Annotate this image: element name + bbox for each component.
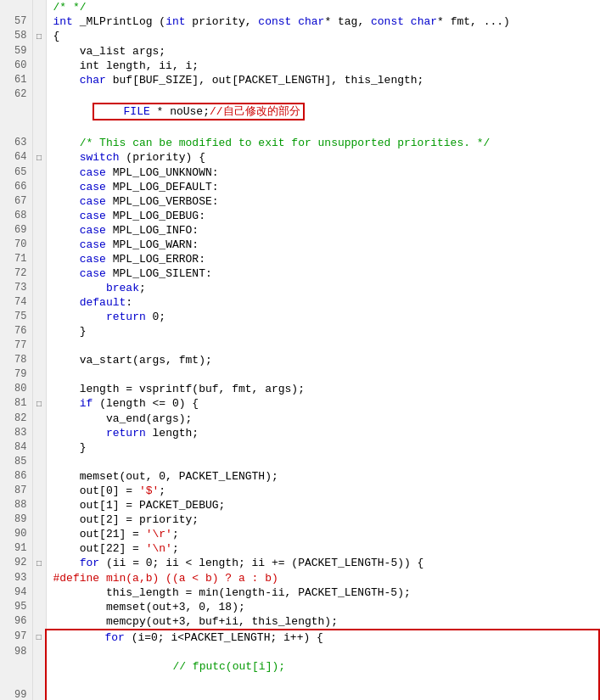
line-gutter: □ — [32, 630, 46, 645]
fold-icon[interactable]: □ — [36, 32, 42, 42]
line-content: #define min(a,b) ((a < b) ? a : b) — [46, 571, 599, 585]
fold-icon[interactable]: □ — [36, 154, 42, 163]
line-gutter — [32, 469, 46, 484]
line-number: 95 — [0, 600, 32, 614]
line-gutter — [32, 136, 46, 150]
line-content: out[0] = '$'; — [46, 484, 599, 498]
line-number: 65 — [0, 165, 32, 180]
fold-icon[interactable]: □ — [36, 633, 42, 642]
line-gutter — [32, 571, 46, 585]
line-number: 91 — [0, 541, 32, 556]
line-content: break; — [46, 281, 599, 295]
line-number: 90 — [0, 527, 32, 541]
table-row: 93#define min(a,b) ((a < b) ? a : b) — [0, 571, 599, 585]
line-gutter — [32, 498, 46, 512]
line-gutter — [32, 600, 46, 614]
table-row: 95 memset(out+3, 0, 18); — [0, 600, 599, 614]
table-row: 62 FILE * noUse;//自己修改的部分 — [0, 87, 599, 136]
line-gutter: □ — [32, 150, 46, 165]
table-row: 90 out[21] = '\r'; — [0, 527, 599, 541]
line-gutter — [32, 310, 46, 324]
line-content: out[1] = PACKET_DEBUG; — [46, 498, 599, 512]
table-row: 81□ if (length <= 0) { — [0, 396, 599, 412]
line-gutter: □ — [32, 396, 46, 412]
line-number: 60 — [0, 59, 32, 73]
line-content: for (i=0; i<PACKET_LENGTH; i++) { — [46, 630, 599, 645]
line-gutter — [32, 223, 46, 238]
table-row: 98 // fputc(out[i]); — [0, 645, 599, 688]
line-number: 97 — [0, 630, 32, 645]
line-gutter — [32, 295, 46, 310]
line-number: 89 — [0, 512, 32, 527]
line-gutter — [32, 87, 46, 136]
line-number: 70 — [0, 238, 32, 252]
line-content: case MPL_LOG_UNKNOWN: — [46, 165, 599, 180]
line-gutter — [32, 688, 46, 700]
table-row: 76 } — [0, 324, 599, 339]
line-gutter — [32, 59, 46, 73]
line-content: switch (priority) { — [46, 150, 599, 165]
line-gutter — [32, 426, 46, 440]
line-number: 80 — [0, 382, 32, 396]
line-number: 99 — [0, 688, 32, 700]
line-number: 76 — [0, 324, 32, 339]
line-gutter — [32, 382, 46, 396]
line-number: 85 — [0, 455, 32, 469]
line-number: 77 — [0, 339, 32, 353]
table-row: 79 — [0, 367, 599, 382]
line-content: for (ii = 0; ii < length; ii += (PACKET_… — [46, 556, 599, 571]
line-gutter — [32, 541, 46, 556]
line-content: /* */ — [46, 0, 599, 14]
table-row: 77 — [0, 339, 599, 353]
line-content: case MPL_LOG_SILENT: — [46, 266, 599, 281]
line-gutter — [32, 367, 46, 382]
line-number: 61 — [0, 73, 32, 87]
line-gutter — [32, 527, 46, 541]
table-row: 68 case MPL_LOG_DEBUG: — [0, 209, 599, 223]
line-number: 92 — [0, 556, 32, 571]
line-gutter — [32, 180, 46, 194]
table-row: 64□ switch (priority) { — [0, 150, 599, 165]
line-gutter — [32, 281, 46, 295]
line-gutter — [32, 266, 46, 281]
fold-icon[interactable]: □ — [36, 559, 42, 568]
table-row: 58□{ — [0, 29, 599, 44]
line-number: 73 — [0, 281, 32, 295]
line-gutter — [32, 440, 46, 455]
line-content: case MPL_LOG_INFO: — [46, 223, 599, 238]
line-content: case MPL_LOG_DEFAULT: — [46, 180, 599, 194]
line-content — [46, 455, 599, 469]
code-editor: /* */ 57int _MLPrintLog (int priority, c… — [0, 0, 600, 700]
line-content: out[21] = '\r'; — [46, 527, 599, 541]
table-row: 63 /* This can be modified to exit for u… — [0, 136, 599, 150]
line-gutter — [32, 209, 46, 223]
line-number: 82 — [0, 412, 32, 426]
line-number: 71 — [0, 252, 32, 266]
line-number: 84 — [0, 440, 32, 455]
line-content: case MPL_LOG_DEBUG: — [46, 209, 599, 223]
line-content: int length, ii, i; — [46, 59, 599, 73]
line-gutter — [32, 353, 46, 367]
line-content: fputc(out[i],noUse);//改成这个 — [46, 688, 599, 700]
line-gutter — [32, 238, 46, 252]
table-row: 72 case MPL_LOG_SILENT: — [0, 266, 599, 281]
line-number: 83 — [0, 426, 32, 440]
table-row: 78 va_start(args, fmt); — [0, 353, 599, 367]
line-content: if (length <= 0) { — [46, 396, 599, 412]
line-content: FILE * noUse;//自己修改的部分 — [46, 87, 599, 136]
line-number: 58 — [0, 29, 32, 44]
line-number: 57 — [0, 14, 32, 29]
line-number: 98 — [0, 645, 32, 688]
table-row: 94 this_length = min(length-ii, PACKET_L… — [0, 585, 599, 600]
line-gutter: □ — [32, 556, 46, 571]
line-gutter — [32, 614, 46, 630]
table-row: 88 out[1] = PACKET_DEBUG; — [0, 498, 599, 512]
line-content: case MPL_LOG_WARN: — [46, 238, 599, 252]
line-gutter — [32, 645, 46, 688]
table-row: 87 out[0] = '$'; — [0, 484, 599, 498]
line-number: 66 — [0, 180, 32, 194]
line-content: default: — [46, 295, 599, 310]
table-row: 97□ for (i=0; i<PACKET_LENGTH; i++) { — [0, 630, 599, 645]
fold-icon[interactable]: □ — [36, 400, 42, 409]
table-row: 92□ for (ii = 0; ii < length; ii += (PAC… — [0, 556, 599, 571]
